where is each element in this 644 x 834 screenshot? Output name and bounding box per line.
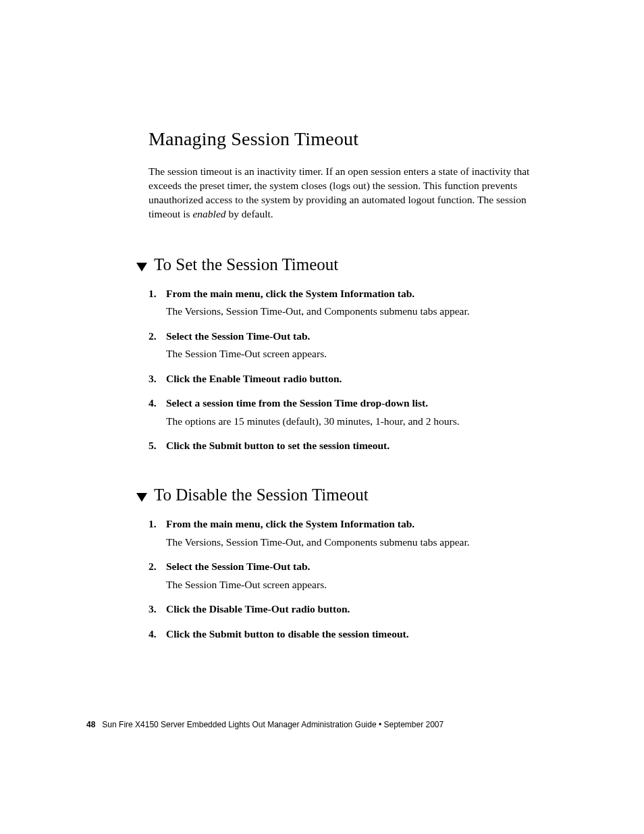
intro-em: enabled [192,208,225,219]
subsection-set-header: To Set the Session Timeout [136,255,560,274]
subsection-set-title: To Set the Session Timeout [154,255,338,274]
step-head: Click the Submit button to set the sessi… [166,438,560,453]
intro-paragraph: The session timeout is an inactivity tim… [149,165,560,221]
step-head: Click the Submit button to disable the s… [166,627,560,642]
disable-steps-list: From the main menu, click the System Inf… [149,517,560,642]
subsection-disable-header: To Disable the Session Timeout [136,486,560,504]
step-head: Click the Disable Time-Out radio button. [166,602,560,617]
step-body: The Session Time-Out screen appears. [166,577,560,592]
step-item: From the main menu, click the System Inf… [149,517,560,550]
step-item: Select the Session Time-Out tab.The Sess… [149,329,560,362]
page-number: 48 [86,720,95,729]
step-item: Click the Enable Timeout radio button. [149,371,560,386]
step-item: Select the Session Time-Out tab.The Sess… [149,559,560,592]
intro-text-after: by default. [226,208,273,219]
subsection-disable-title: To Disable the Session Timeout [154,486,369,504]
step-head: From the main menu, click the System Inf… [166,517,560,531]
triangle-down-icon [136,493,147,502]
step-item: Click the Submit button to set the sessi… [149,438,560,453]
step-item: Select a session time from the Session T… [149,396,560,429]
page: Managing Session Timeout The session tim… [0,0,644,834]
step-head: Click the Enable Timeout radio button. [166,371,560,386]
triangle-down-icon [136,263,147,271]
step-head: Select a session time from the Session T… [166,396,560,411]
footer-text: Sun Fire X4150 Server Embedded Lights Ou… [102,720,444,729]
step-head: Select the Session Time-Out tab. [166,329,560,344]
content-column: Managing Session Timeout The session tim… [149,128,560,674]
set-steps-list: From the main menu, click the System Inf… [149,286,560,454]
step-body: The options are 15 minutes (default), 30… [166,414,560,429]
step-head: From the main menu, click the System Inf… [166,286,560,301]
step-body: The Session Time-Out screen appears. [166,346,560,361]
step-item: From the main menu, click the System Inf… [149,286,560,319]
step-item: Click the Disable Time-Out radio button. [149,602,560,617]
step-body: The Versions, Session Time-Out, and Comp… [166,535,560,550]
step-item: Click the Submit button to disable the s… [149,627,560,642]
section-title: Managing Session Timeout [149,128,560,150]
page-footer: 48Sun Fire X4150 Server Embedded Lights … [86,720,444,729]
step-head: Select the Session Time-Out tab. [166,559,560,574]
step-body: The Versions, Session Time-Out, and Comp… [166,304,560,319]
